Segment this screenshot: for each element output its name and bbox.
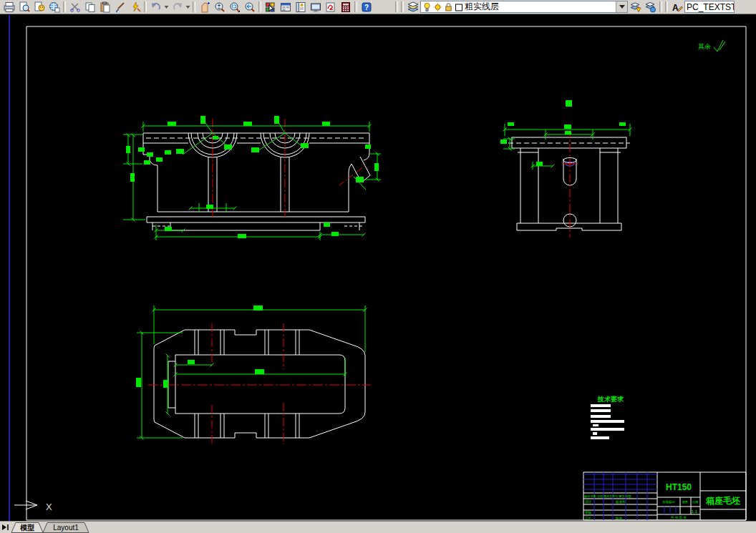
- stage-label: 阶段标记: [663, 500, 676, 504]
- scale-value: 1:1: [692, 509, 698, 514]
- toolbar-separator: [354, 1, 357, 12]
- sheets-label: 共 张 第 张: [671, 516, 687, 519]
- tool-palettes-button[interactable]: [293, 1, 308, 14]
- tab-nav-button[interactable]: [0, 522, 10, 533]
- redo-arrow-icon: [172, 1, 183, 13]
- top-toolbar: ? 粗实线层 A PC_TEXTSTY: [0, 0, 756, 14]
- drawing-canvas[interactable]: 其余: [0, 15, 756, 521]
- toolbar-separator: [193, 1, 195, 12]
- printer-icon: [4, 1, 15, 13]
- color-palette-icon: [265, 1, 276, 13]
- approve-label: 批准: [615, 517, 623, 520]
- undo-button[interactable]: [148, 1, 163, 14]
- copy-pages-icon: [84, 1, 96, 13]
- top-dimensions: [137, 305, 365, 438]
- toolbar-separator: [665, 1, 668, 12]
- style-combo-value: PC_TEXTSTY: [687, 2, 735, 12]
- copy-button[interactable]: [82, 1, 97, 14]
- redo-dropdown[interactable]: [185, 1, 191, 14]
- layer-combo[interactable]: 粗实线层: [420, 1, 628, 13]
- bulb-icon[interactable]: [422, 2, 432, 12]
- tool-palettes-icon: [295, 1, 306, 13]
- quick-modify-button[interactable]: [127, 1, 142, 14]
- sun-icon[interactable]: [433, 2, 442, 12]
- layer-states-button[interactable]: [628, 1, 643, 14]
- help-icon: ?: [361, 1, 372, 13]
- toolbar-separator: [144, 1, 147, 12]
- toolbar-separator: [395, 1, 398, 12]
- design-center-icon: [280, 1, 291, 13]
- tab-layout1[interactable]: Layout1: [43, 523, 89, 533]
- process-label: 工艺: [585, 516, 592, 520]
- text-style-icon: A: [672, 1, 683, 13]
- front-dimensions: [123, 118, 381, 240]
- lock-icon[interactable]: [444, 2, 453, 12]
- color-swatch-icon[interactable]: [455, 2, 463, 12]
- undo-arrow-icon: [150, 1, 162, 13]
- layer-properties-button[interactable]: [405, 1, 420, 14]
- ucs-x-label: X: [46, 502, 52, 512]
- surface-note: 其余: [698, 40, 725, 52]
- zoom-window-button[interactable]: [227, 1, 242, 14]
- cad-drawing: 其余: [0, 15, 756, 521]
- tech-requirements: 技术要求: [591, 396, 624, 439]
- calculator-button[interactable]: [338, 1, 353, 14]
- clipboard-paste-icon: [100, 1, 111, 13]
- chevron-down-icon: [185, 4, 190, 11]
- plot-button[interactable]: [1, 1, 16, 14]
- properties-button[interactable]: [263, 1, 278, 14]
- svg-text:其余: 其余: [698, 43, 711, 50]
- sheet-set-button[interactable]: [308, 1, 323, 14]
- undo-dropdown[interactable]: [163, 1, 170, 14]
- tech-requirements-lines: [591, 404, 624, 439]
- redo-button[interactable]: [170, 1, 185, 14]
- zoom-window-icon: [229, 1, 241, 13]
- material-value: HT150: [666, 482, 692, 492]
- part-name: 箱座毛坯: [705, 496, 740, 506]
- match-properties-button[interactable]: [112, 1, 127, 14]
- layer-previous-button[interactable]: [643, 1, 658, 14]
- front-view: [123, 118, 381, 240]
- publish-button[interactable]: [32, 1, 47, 14]
- markup-button[interactable]: [323, 1, 338, 14]
- zoom-previous-button[interactable]: [242, 1, 257, 14]
- toolbar-separator: [63, 1, 66, 12]
- scissors-icon: [69, 1, 81, 13]
- standardization-label: 标准化: [615, 499, 626, 504]
- svg-text:技术要求: 技术要求: [597, 396, 624, 403]
- weight-label: 重量: [682, 500, 688, 504]
- brush-icon: [115, 1, 126, 13]
- web-publish-button[interactable]: [47, 1, 62, 14]
- toolbar-separator: [401, 1, 404, 12]
- monitor-icon: [310, 1, 321, 13]
- globe-page-icon: [49, 1, 60, 13]
- layer-combo-dropdown[interactable]: [616, 1, 627, 12]
- zoom-previous-icon: [244, 1, 256, 13]
- check-label: 审核: [585, 511, 592, 514]
- help-button[interactable]: ?: [359, 1, 374, 14]
- calculator-icon: [340, 1, 352, 13]
- layer-combo-value: 粗实线层: [465, 1, 616, 13]
- toolbar-separator: [258, 1, 261, 12]
- revision-header: 标记 处数 分区 更改文件号 签字 日期: [584, 494, 631, 499]
- zoom-realtime-button[interactable]: [212, 1, 227, 14]
- design-label: 设计: [585, 499, 592, 504]
- design-center-button[interactable]: [278, 1, 293, 14]
- zoom-realtime-icon: [214, 1, 226, 13]
- svg-text:模型: 模型: [19, 524, 34, 532]
- text-style-combo[interactable]: PC_TEXTSTY: [684, 1, 735, 13]
- toolbar-separator: [659, 1, 662, 12]
- title-block: HT150 箱座毛坯 1:1 阶段标记 重量 比例 共 张 第 张 标记 处数 …: [583, 472, 746, 520]
- chevron-down-icon: [619, 5, 625, 9]
- pan-hand-icon: [199, 1, 210, 13]
- cut-button[interactable]: [67, 1, 82, 14]
- page-magnifier-icon: [19, 1, 30, 13]
- plot-preview-button[interactable]: [16, 1, 32, 14]
- text-style-button[interactable]: A: [669, 1, 684, 14]
- tab-model[interactable]: 模型: [11, 523, 43, 533]
- publish-page-icon: [34, 1, 45, 13]
- pan-button[interactable]: [197, 1, 212, 14]
- layer-previous-icon: [645, 1, 656, 13]
- paste-button[interactable]: [97, 1, 112, 14]
- sheet-frame: [26, 26, 746, 520]
